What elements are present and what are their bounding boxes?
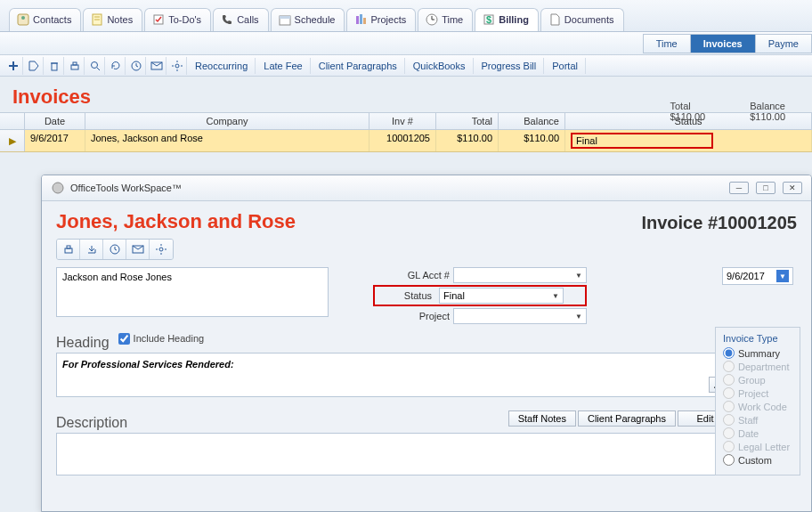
client-paragraphs-button[interactable]: Client Paragraphs [312, 58, 405, 74]
invoice-toolbar: Reoccurring Late Fee Client Paragraphs Q… [0, 55, 812, 77]
cell-status-highlighted: Final [571, 133, 713, 149]
svg-point-1 [21, 16, 25, 20]
modal-mail-icon[interactable] [126, 240, 150, 259]
col-balance[interactable]: Balance [499, 113, 565, 129]
tag-icon[interactable] [24, 57, 44, 75]
svg-rect-9 [360, 14, 362, 24]
tab-todos[interactable]: To-Do's [144, 8, 211, 31]
balance-value: $110.00 [750, 111, 785, 122]
tab-documents[interactable]: Documents [540, 8, 624, 31]
status-dropdown[interactable]: Final▼ [439, 288, 564, 304]
tab-billing-label: Billing [499, 14, 529, 25]
invtype-summary[interactable]: Summary [723, 347, 792, 359]
tab-schedule[interactable]: Schedule [271, 8, 345, 31]
invtype-staff: Staff [723, 414, 792, 426]
tab-notes[interactable]: Notes [83, 8, 142, 31]
subtab-time[interactable]: Time [643, 34, 690, 53]
desc-client-paragraphs-button[interactable]: Client Paragraphs [578, 410, 676, 427]
sub-toolbar: Time Invoices Payme [0, 32, 812, 55]
tab-todos-label: To-Do's [168, 14, 201, 25]
invoice-number: Invoice #10001205 [641, 213, 797, 233]
chevron-down-icon: ▼ [575, 313, 582, 321]
clock-icon [426, 13, 438, 26]
invoice-date-picker[interactable]: 9/6/2017▼ [722, 267, 793, 285]
notes-icon [91, 13, 103, 26]
chevron-down-icon: ▼ [575, 272, 582, 280]
gl-acct-dropdown[interactable]: ▼ [453, 267, 587, 283]
quickbooks-button[interactable]: QuickBooks [406, 58, 474, 74]
status-label: Status [377, 290, 435, 301]
tab-time-label: Time [442, 14, 463, 25]
table-row[interactable]: ▶ 9/6/2017 Jones, Jackson and Rose 10001… [0, 130, 812, 152]
invtype-legal-letter: Legal Letter [723, 441, 792, 452]
chevron-down-icon: ▼ [776, 270, 789, 282]
tab-calls[interactable]: Calls [213, 8, 268, 31]
svg-rect-8 [356, 16, 359, 24]
tab-contacts-label: Contacts [33, 14, 71, 25]
project-dropdown[interactable]: ▼ [453, 308, 587, 324]
svg-rect-7 [280, 16, 290, 19]
tab-time[interactable]: Time [418, 8, 473, 31]
mail-icon[interactable] [147, 57, 166, 75]
modal-toolbar [56, 239, 174, 260]
close-button[interactable]: ✕ [783, 182, 802, 194]
cell-inv: 10001205 [369, 130, 436, 151]
subtab-invoices[interactable]: Invoices [690, 34, 755, 53]
status-field-highlighted: Status Final▼ [373, 285, 587, 306]
reoccurring-button[interactable]: Reoccurring [188, 58, 256, 74]
svg-line-26 [136, 66, 138, 67]
modal-print-icon[interactable] [57, 240, 80, 259]
tab-documents-label: Documents [564, 14, 614, 25]
cell-total: $110.00 [436, 130, 499, 151]
gear-icon[interactable] [167, 57, 187, 75]
modal-export-icon[interactable] [80, 240, 103, 259]
progress-bill-button[interactable]: Progress Bill [475, 58, 545, 74]
balance-label: Balance [750, 101, 785, 111]
tab-schedule-label: Schedule [295, 14, 336, 25]
portal-button[interactable]: Portal [545, 58, 586, 74]
refresh-icon[interactable] [106, 57, 126, 75]
subtab-payme[interactable]: Payme [755, 34, 812, 53]
col-inv[interactable]: Inv # [369, 113, 436, 129]
projects-icon [354, 13, 367, 26]
heading-textbox[interactable]: For Professional Services Rendered: … [56, 353, 733, 397]
add-button[interactable] [4, 57, 23, 75]
delete-icon[interactable] [45, 57, 64, 75]
gl-acct-label: GL Acct # [382, 270, 453, 280]
late-fee-button[interactable]: Late Fee [256, 58, 310, 74]
modal-gear-icon[interactable] [150, 240, 173, 259]
main-tabs: Contacts Notes To-Do's Calls Schedule Pr… [0, 0, 812, 32]
svg-rect-10 [363, 18, 366, 24]
row-indicator-icon: ▶ [0, 130, 25, 151]
minimize-button[interactable]: ─ [729, 182, 749, 194]
totals-block: Total$110.00 Balance$110.00 [670, 101, 785, 122]
col-total[interactable]: Total [436, 113, 499, 129]
tab-contacts[interactable]: Contacts [9, 8, 81, 31]
search-icon[interactable] [85, 57, 105, 75]
description-label: Description [56, 415, 127, 431]
svg-rect-21 [73, 62, 77, 65]
modal-clock-icon[interactable] [103, 240, 126, 259]
clock-icon[interactable] [126, 57, 146, 75]
invtype-project: Project [723, 387, 792, 399]
tab-billing[interactable]: $Billing [475, 8, 539, 31]
heading-label: Heading [56, 335, 110, 351]
print-icon[interactable] [65, 57, 85, 75]
tab-calls-label: Calls [237, 14, 258, 25]
invoice-type-title: Invoice Type [723, 333, 792, 344]
col-date[interactable]: Date [25, 113, 85, 129]
project-label: Project [382, 311, 453, 321]
description-textbox[interactable] [56, 433, 733, 475]
maximize-button[interactable]: □ [756, 182, 775, 194]
include-heading-text: Include Heading [134, 333, 205, 344]
staff-notes-button[interactable]: Staff Notes [508, 410, 576, 427]
client-name-box[interactable]: Jackson and Rose Jones [56, 267, 329, 317]
total-label: Total [670, 101, 705, 111]
tab-projects[interactable]: Projects [346, 8, 416, 31]
svg-rect-20 [71, 65, 78, 69]
invtype-work-code: Work Code [723, 401, 792, 412]
col-company[interactable]: Company [85, 113, 369, 129]
contacts-icon [17, 13, 29, 26]
include-heading-checkbox[interactable]: Include Heading [118, 333, 205, 345]
invtype-custom[interactable]: Custom [723, 454, 792, 466]
